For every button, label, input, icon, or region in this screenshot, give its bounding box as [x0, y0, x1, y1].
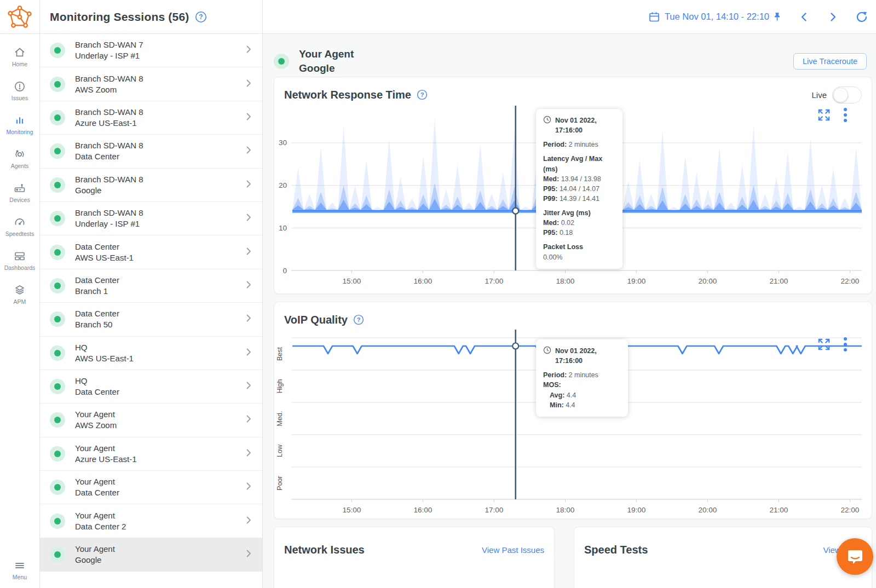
sidebar-item-dashboards[interactable]: Dashboards: [4, 250, 36, 271]
session-row[interactable]: Branch SD-WAN 8 Google: [40, 169, 262, 202]
status-dot: [50, 514, 65, 529]
session-name: Branch SD-WAN 8: [75, 174, 244, 185]
sidebar-item-home[interactable]: Home: [12, 46, 27, 67]
help-icon[interactable]: ?: [353, 314, 364, 325]
sidebar-item-menu[interactable]: Menu: [13, 559, 27, 580]
session-row[interactable]: Data Center Branch 1: [40, 269, 262, 303]
kebab-menu-icon[interactable]: [843, 107, 848, 123]
session-target: AWS Zoom: [75, 84, 244, 95]
expand-icon[interactable]: [817, 108, 831, 122]
sessions-list: Branch SD-WAN 7 Underlay - ISP #1 Branch…: [40, 34, 263, 588]
session-row[interactable]: Data Center AWS US-East-1: [40, 235, 262, 269]
session-row[interactable]: Your Agent AWS Zoom: [40, 403, 262, 437]
help-icon[interactable]: ?: [195, 11, 207, 23]
voip-tooltip: Nov 01 2022, 17:16:00 Period: 2 minutes …: [536, 339, 628, 417]
voip-chart: BestHighMed.LowPoor15:0016:0017:0018:001…: [284, 330, 862, 513]
session-name: Your Agent: [75, 409, 244, 420]
chevron-right-icon[interactable]: [827, 11, 839, 23]
topbar: Tue Nov 01, 14:10 - 22:10: [263, 0, 876, 34]
session-row[interactable]: Your Agent Azure US-East-1: [40, 437, 262, 471]
alert-circle-icon: [13, 80, 26, 93]
x-tick-label: 21:00: [769, 506, 788, 514]
session-name: Branch SD-WAN 7: [75, 39, 244, 50]
status-dot: [50, 77, 65, 92]
session-name: Branch SD-WAN 8: [75, 107, 244, 118]
chevron-right-icon: [244, 145, 253, 157]
session-row[interactable]: Your Agent Data Center: [40, 471, 262, 504]
y-category-label: Poor: [276, 476, 284, 490]
main-content: Your Agent Google Live Traceroute Networ…: [263, 34, 876, 588]
help-icon[interactable]: ?: [417, 89, 428, 100]
sidebar-item-issues[interactable]: Issues: [11, 80, 28, 101]
menu-icon: [13, 559, 26, 572]
y-category-label: Best: [276, 347, 284, 361]
network-logo-icon: [7, 4, 32, 30]
y-category-label: Med.: [276, 411, 284, 426]
crosshair-marker: [512, 208, 518, 214]
expand-icon[interactable]: [817, 337, 831, 351]
bar-chart-icon: [13, 114, 26, 127]
session-row[interactable]: Branch SD-WAN 8 Data Center: [40, 135, 262, 168]
x-tick-label: 18:00: [556, 506, 574, 514]
page-title: Monitoring Sessions (56): [50, 10, 189, 24]
crosshair-marker: [512, 343, 518, 349]
chevron-right-icon: [244, 246, 253, 258]
session-row[interactable]: HQ AWS US-East-1: [40, 337, 262, 370]
x-tick-label: 16:00: [413, 506, 432, 514]
session-target: Branch 50: [75, 319, 244, 330]
session-name: Data Center: [75, 308, 244, 319]
network-issues-card: Network Issues View Past Issues: [274, 527, 555, 588]
y-tick-label: 30: [279, 139, 287, 147]
chevron-left-icon[interactable]: [798, 11, 810, 23]
session-row[interactable]: Branch SD-WAN 8 Azure US-East-1: [40, 101, 262, 135]
chat-launcher[interactable]: [837, 538, 873, 575]
session-name: Your Agent: [75, 443, 244, 454]
session-row[interactable]: Your Agent Google: [40, 538, 262, 572]
session-row[interactable]: Your Agent Data Center 2: [40, 504, 262, 538]
x-tick-label: 22:00: [840, 506, 859, 514]
card-title: VoIP Quality: [284, 314, 348, 326]
x-tick-label: 16:00: [413, 277, 432, 285]
session-target: Azure US-East-1: [75, 454, 244, 465]
sidebar-item-apm[interactable]: APM: [13, 284, 26, 305]
refresh-icon[interactable]: [855, 10, 868, 24]
y-tick-label: 0: [283, 267, 287, 275]
session-target: Data Center 2: [75, 521, 244, 532]
x-tick-label: 22:00: [840, 277, 859, 285]
x-tick-label: 15:00: [342, 506, 361, 514]
session-row[interactable]: Branch SD-WAN 8 AWS Zoom: [40, 67, 262, 101]
session-row[interactable]: Data Center Branch 50: [40, 303, 262, 336]
calendar-icon[interactable]: [648, 11, 660, 23]
session-row[interactable]: Branch SD-WAN 8 Underlay - ISP #1: [40, 202, 262, 235]
live-traceroute-button[interactable]: Live Traceroute: [793, 53, 867, 70]
session-name: Data Center: [75, 275, 244, 286]
y-category-label: High: [276, 379, 284, 394]
session-row[interactable]: HQ Data Center: [40, 370, 262, 403]
view-past-issues-link[interactable]: View Past Issues: [482, 545, 544, 555]
sidebar-item-monitoring[interactable]: Monitoring: [6, 114, 33, 135]
live-toggle-label: Live: [811, 90, 827, 100]
status-dot: [50, 379, 65, 394]
app-logo[interactable]: [0, 0, 40, 34]
x-tick-label: 19:00: [627, 506, 646, 514]
date-range[interactable]: Tue Nov 01, 14:10 - 22:10: [665, 11, 769, 22]
status-dot: [50, 547, 65, 562]
x-tick-label: 19:00: [627, 277, 646, 285]
pin-icon[interactable]: [773, 12, 782, 21]
dashboard-grid-icon: [13, 250, 26, 263]
sidebar-item-speedtests[interactable]: Speedtests: [5, 216, 34, 237]
left-nav-rail: Home Issues Monitoring Agents Devices Sp…: [0, 34, 40, 588]
agent-icon: [13, 148, 26, 161]
nrt-tooltip: Nov 01 2022, 17:16:00 Period: 2 minutes …: [536, 109, 623, 269]
live-toggle[interactable]: [832, 87, 862, 103]
sidebar-item-devices[interactable]: Devices: [9, 182, 30, 203]
y-tick-label: 10: [279, 224, 287, 232]
card-title: Network Issues: [284, 544, 365, 556]
kebab-menu-icon[interactable]: [843, 337, 848, 352]
session-row[interactable]: Branch SD-WAN 7 Underlay - ISP #1: [40, 34, 262, 67]
agent-status-dot: [274, 54, 289, 69]
sidebar-item-agents[interactable]: Agents: [11, 148, 29, 169]
x-tick-label: 15:00: [342, 277, 361, 285]
status-dot: [50, 278, 65, 293]
session-target: Google: [75, 185, 244, 196]
